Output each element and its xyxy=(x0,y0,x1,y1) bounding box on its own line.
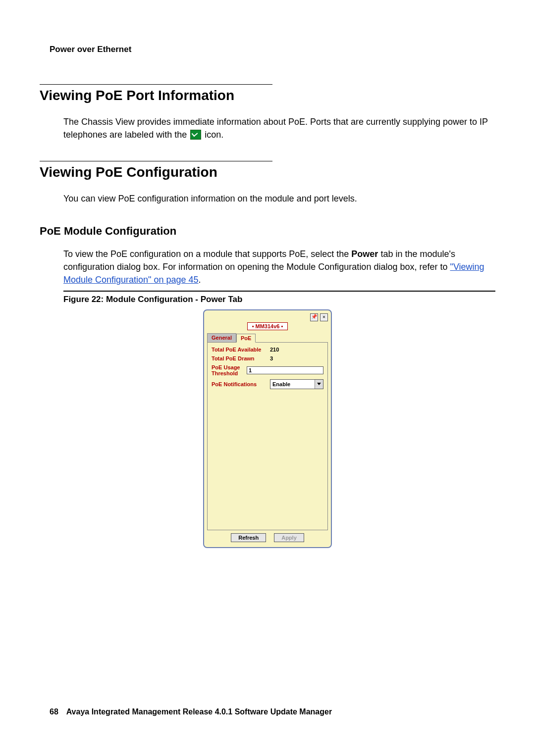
value-total-drawn: 3 xyxy=(270,355,273,361)
refresh-button[interactable]: Refresh xyxy=(231,533,266,542)
para-port-info-b: icon. xyxy=(205,130,223,140)
tab-poe[interactable]: PoE xyxy=(236,334,256,343)
apply-button[interactable]: Apply xyxy=(274,533,304,542)
heading-viewing-poe-config: Viewing PoE Configuration xyxy=(40,164,495,180)
para-config-intro: You can view PoE configuration informati… xyxy=(63,192,495,205)
chevron-down-icon xyxy=(315,380,323,389)
label-threshold: PoE Usage Threshold xyxy=(212,364,244,376)
figure-rule xyxy=(63,291,495,292)
para-module-config: To view the PoE configuration on a modul… xyxy=(63,248,495,286)
page-footer: 68 Avaya Integrated Management Release 4… xyxy=(50,707,332,716)
module-name-label: • MM314v6 • xyxy=(247,322,288,330)
label-notifications: PoE Notifications xyxy=(212,381,267,387)
para-module-config-a: To view the PoE configuration on a modul… xyxy=(63,249,351,259)
para-module-config-c: . xyxy=(199,275,201,285)
select-notifications-value: Enable xyxy=(272,381,290,387)
section-rule xyxy=(40,84,272,85)
footer-text: Avaya Integrated Management Release 4.0.… xyxy=(66,707,332,716)
module-config-dialog: 📌 ✕ • MM314v6 • General PoE Total PoE Av… xyxy=(203,309,332,548)
label-total-drawn: Total PoE Drawn xyxy=(212,355,267,361)
tab-general[interactable]: General xyxy=(207,333,236,342)
heading-viewing-poe-port-info: Viewing PoE Port Information xyxy=(40,88,495,103)
input-threshold[interactable] xyxy=(247,366,323,374)
select-notifications[interactable]: Enable xyxy=(270,379,323,389)
close-icon[interactable]: ✕ xyxy=(320,313,328,321)
tabbar: General PoE xyxy=(207,333,328,342)
subheading-module-config: PoE Module Configuration xyxy=(40,225,495,238)
row-threshold: PoE Usage Threshold xyxy=(212,364,323,376)
pin-icon[interactable]: 📌 xyxy=(310,313,318,321)
value-total-available: 210 xyxy=(270,347,279,353)
row-notifications: PoE Notifications Enable xyxy=(212,379,323,389)
para-port-info-a: The Chassis View provides immediate info… xyxy=(63,117,488,140)
running-header: Power over Ethernet xyxy=(50,45,495,54)
dialog-titlebar: 📌 ✕ xyxy=(207,313,328,322)
poe-supply-icon xyxy=(190,130,201,140)
para-port-info: The Chassis View provides immediate info… xyxy=(63,115,495,141)
row-total-drawn: Total PoE Drawn 3 xyxy=(212,355,323,361)
tab-panel-poe: Total PoE Available 210 Total PoE Drawn … xyxy=(207,342,328,530)
label-total-available: Total PoE Available xyxy=(212,347,267,353)
dialog-button-bar: Refresh Apply xyxy=(207,533,328,542)
section-rule xyxy=(40,161,272,161)
page-number: 68 xyxy=(50,707,58,716)
power-tab-word: Power xyxy=(351,249,378,259)
row-total-available: Total PoE Available 210 xyxy=(212,347,323,353)
figure-caption: Figure 22: Module Configuration - Power … xyxy=(63,295,495,304)
